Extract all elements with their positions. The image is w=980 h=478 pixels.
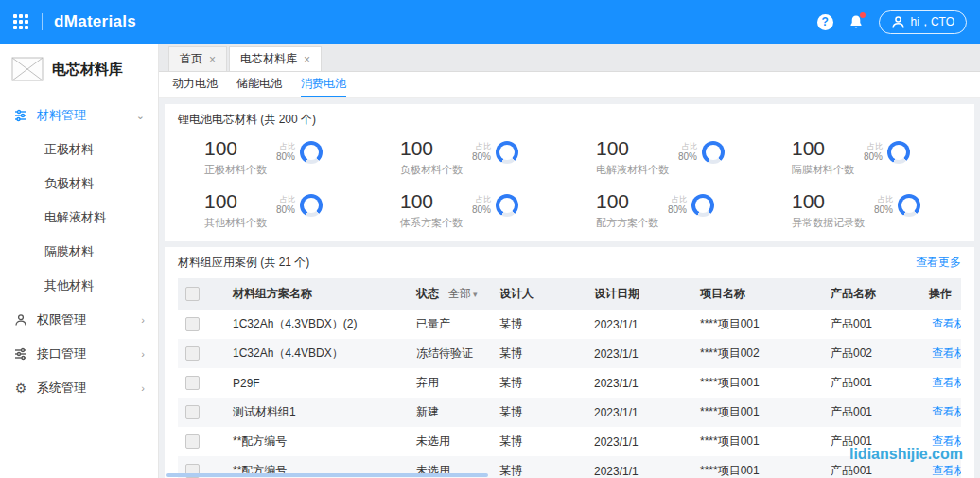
stat-label: 电解液材料个数 xyxy=(596,163,669,177)
sidebar-subitem[interactable]: 其他材料 xyxy=(0,269,158,303)
sidebar-subitem[interactable]: 隔膜材料 xyxy=(0,235,158,269)
cell-product: 产品002 xyxy=(823,339,919,368)
stat-value: 100 xyxy=(400,190,463,213)
stat-ratio-label: 占比 xyxy=(672,195,687,204)
sidebar-subitem[interactable]: 正极材料 xyxy=(0,133,158,167)
user-menu[interactable]: hi，CTO xyxy=(879,10,967,34)
row-checkbox[interactable] xyxy=(185,346,200,361)
sidebar-item-label: 材料管理 xyxy=(37,107,86,124)
stat-left: 100 异常数据记录数 xyxy=(792,190,865,230)
row-checkbox[interactable] xyxy=(185,376,200,390)
stat-value: 100 xyxy=(204,137,267,160)
tab-close-icon[interactable]: × xyxy=(304,53,310,66)
stat-label: 正极材料个数 xyxy=(204,163,267,177)
donut-chart-icon xyxy=(496,194,518,217)
tab-label: 首页 xyxy=(180,51,202,67)
table-row: **配方编号 未选用 某博 2023/1/1 ****项目001 产品001 查… xyxy=(178,427,961,456)
stat-left: 100 其他材料个数 xyxy=(204,190,267,230)
view-material-link[interactable]: 查看材料明细 xyxy=(932,464,961,477)
cell-project: ****项目001 xyxy=(692,398,823,427)
tab-close-icon[interactable]: × xyxy=(209,53,216,66)
tab-material-library[interactable]: 电芯材料库 × xyxy=(229,46,322,71)
cell-product: 产品001 xyxy=(823,398,919,427)
view-material-link[interactable]: 查看材料明细 xyxy=(932,346,961,360)
view-material-link[interactable]: 查看材料明细 xyxy=(932,376,961,389)
cell-designer: 某博 xyxy=(492,310,586,339)
stat-right: 占比 80% xyxy=(874,194,920,217)
stat-ratio: 占比 80% xyxy=(678,142,697,164)
stat-percent: 80% xyxy=(472,151,491,164)
chevron-right-icon: › xyxy=(141,382,145,394)
row-checkbox[interactable] xyxy=(185,434,200,449)
status-filter-dropdown[interactable]: 全部▾ xyxy=(448,287,478,300)
subtab-consumer-battery[interactable]: 消费电池 xyxy=(301,72,346,97)
subtab-storage-battery[interactable]: 储能电池 xyxy=(236,72,282,97)
sidebar-item-material-management[interactable]: 材料管理 ⌄ xyxy=(0,98,158,133)
stat-card: 100 隔膜材料个数 占比 80% xyxy=(765,137,961,177)
stat-label: 异常数据记录数 xyxy=(792,216,865,230)
cell-designer: 某博 xyxy=(492,368,586,398)
sidebar-subitem[interactable]: 负极材料 xyxy=(0,167,158,201)
view-more-link[interactable]: 查看更多 xyxy=(916,255,961,271)
stat-card: 100 其他材料个数 占比 80% xyxy=(178,190,374,230)
help-icon[interactable]: ? xyxy=(817,14,833,30)
stat-value: 100 xyxy=(400,137,463,160)
stat-card: 100 正极材料个数 占比 80% xyxy=(178,137,374,177)
stat-label: 配方方案个数 xyxy=(596,216,658,230)
cases-panel: 材料组应用案例 (共 21 个) 查看更多 材料组方案名称 状态全部▾ 设计人 … xyxy=(165,247,974,478)
stat-percent: 80% xyxy=(276,151,295,164)
cell-status: 弃用 xyxy=(409,368,492,398)
col-header-designer: 设计人 xyxy=(492,278,586,310)
stat-ratio-label: 占比 xyxy=(682,142,697,151)
stat-percent: 80% xyxy=(678,151,697,164)
notification-bell-icon[interactable] xyxy=(849,14,864,29)
cell-project: ****项目001 xyxy=(692,427,823,456)
cell-project: ****项目001 xyxy=(692,310,823,339)
sidebar-subitem[interactable]: 电解液材料 xyxy=(0,201,158,235)
stat-card: 100 电解液材料个数 占比 80% xyxy=(569,137,765,177)
sidebar-nav: 材料管理 ⌄ 正极材料 负极材料 电解液材料 隔膜材料 其他材料 xyxy=(0,98,158,405)
stat-ratio: 占比 80% xyxy=(668,195,687,217)
top-header: dMaterials ? hi，CTO xyxy=(0,0,980,44)
stat-left: 100 体系方案个数 xyxy=(400,190,463,230)
cell-project: ****项目001 xyxy=(692,456,823,478)
row-checkbox[interactable] xyxy=(185,317,200,331)
sidebar-item-label: 权限管理 xyxy=(37,311,86,328)
sidebar-item-system-management[interactable]: ⚙ 系统管理 › xyxy=(0,371,158,405)
sidebar-item-interface-management[interactable]: 接口管理 › xyxy=(0,337,158,371)
header-actions: ? hi，CTO xyxy=(817,10,967,34)
library-title: 电芯材料库 xyxy=(52,61,123,79)
apps-grid-icon[interactable] xyxy=(13,14,28,29)
view-material-link[interactable]: 查看材料明细 xyxy=(932,405,961,418)
horizontal-scrollbar-thumb[interactable] xyxy=(166,473,488,477)
tab-home[interactable]: 首页 × xyxy=(168,46,227,71)
cell-actions: 查看材料(27)授权 xyxy=(919,310,961,339)
stat-ratio-label: 占比 xyxy=(867,142,883,151)
material-submenu: 正极材料 负极材料 电解液材料 隔膜材料 其他材料 xyxy=(0,133,158,303)
tab-label: 电芯材料库 xyxy=(240,51,297,67)
stat-ratio-label: 占比 xyxy=(280,142,295,151)
stat-percent: 80% xyxy=(668,204,687,217)
stat-ratio: 占比 80% xyxy=(874,195,893,217)
view-material-link[interactable]: 查看材料(27) xyxy=(932,317,961,330)
stats-grid: 100 正极材料个数 占比 80% xyxy=(178,137,961,230)
row-checkbox[interactable] xyxy=(185,405,200,419)
stat-percent: 80% xyxy=(864,151,883,164)
subtab-power-battery[interactable]: 动力电池 xyxy=(172,72,218,97)
header-divider xyxy=(42,13,43,30)
stat-right: 占比 80% xyxy=(472,141,518,164)
sidebar-item-permission-management[interactable]: 权限管理 › xyxy=(0,303,158,337)
stat-ratio-label: 占比 xyxy=(476,195,491,204)
stat-ratio: 占比 80% xyxy=(276,142,295,164)
cell-project: ****项目001 xyxy=(692,368,823,398)
cell-date: 2023/1/1 xyxy=(586,427,692,456)
stat-value: 100 xyxy=(596,190,658,213)
sliders-icon xyxy=(13,109,28,122)
stat-card: 100 负极材料个数 占比 80% xyxy=(374,137,569,177)
cell-scheme-name: 1C32Ah（4.4VBDX） xyxy=(225,339,409,368)
cell-status: 已量产 xyxy=(409,310,492,339)
col-header-status: 状态全部▾ xyxy=(409,278,492,310)
chevron-right-icon: › xyxy=(141,314,145,326)
select-all-checkbox[interactable] xyxy=(185,287,200,301)
stat-value: 100 xyxy=(204,190,267,213)
